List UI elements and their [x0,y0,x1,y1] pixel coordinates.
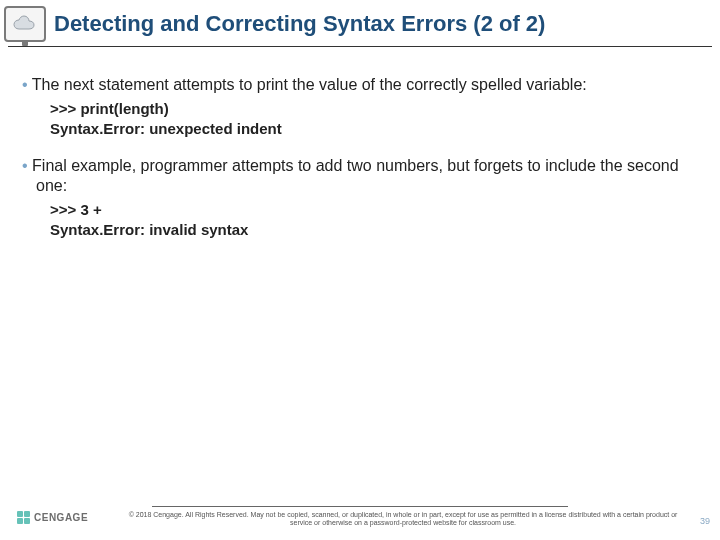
code-line: Syntax.Error: invalid syntax [50,220,698,240]
slide-footer: CENGAGE © 2018 Cengage. All Rights Reser… [0,506,720,529]
cengage-logo: CENGAGE [12,511,88,525]
copyright-text: © 2018 Cengage. All Rights Reserved. May… [98,511,708,529]
page-number: 39 [700,516,710,526]
code-line: Syntax.Error: unexpected indent [50,119,698,139]
bullet-1: The next statement attempts to print the… [22,75,698,95]
code-block-1: >>> print(length) Syntax.Error: unexpect… [22,99,698,140]
code-line: >>> 3 + [50,200,698,220]
slide-header: Detecting and Correcting Syntax Errors (… [0,0,720,44]
cloud-icon [4,6,46,42]
slide-title: Detecting and Correcting Syntax Errors (… [54,11,545,37]
logo-mark-icon [16,511,30,525]
code-block-2: >>> 3 + Syntax.Error: invalid syntax [22,200,698,241]
footer-row: CENGAGE © 2018 Cengage. All Rights Reser… [12,511,708,529]
footer-divider [152,506,568,507]
bullet-2: Final example, programmer attempts to ad… [22,156,698,196]
slide-content: The next statement attempts to print the… [0,47,720,240]
code-line: >>> print(length) [50,99,698,119]
logo-text: CENGAGE [34,512,88,523]
